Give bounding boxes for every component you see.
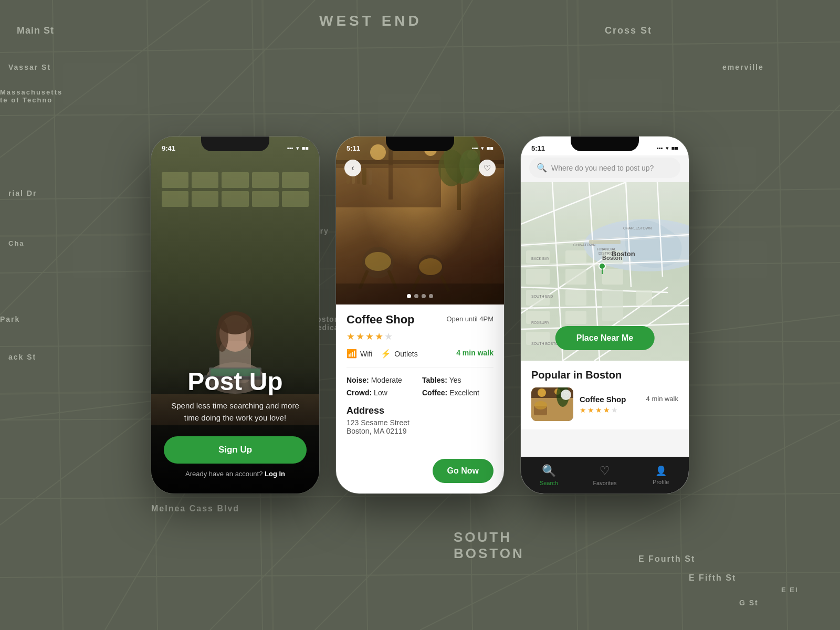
place-card-image: ♡ <box>531 387 573 421</box>
star-5: ★ <box>384 331 393 342</box>
svg-point-126 <box>534 401 547 410</box>
phone-detail: ‹ ♡ 5:11 ▪▪▪ ▾ ■■ C <box>336 136 504 494</box>
signin-prompt: Aready have an account? Log In <box>164 470 307 478</box>
amenities-row: 📶 Wifi ⚡ Outlets 4 min walk <box>346 349 494 368</box>
phones-container: 9:41 ▪▪▪ ▾ ■■ Post Up Spend less time se… <box>151 136 689 494</box>
back-button[interactable]: ‹ <box>344 160 361 176</box>
map-label-cross-st: Cross St <box>605 25 652 36</box>
address-line1: 123 Sesame Street <box>346 418 494 427</box>
map-label-massachusetts: Massachusettste of Techno <box>0 88 62 104</box>
svg-rect-30 <box>63 63 136 105</box>
svg-rect-104 <box>602 290 623 321</box>
svg-point-46 <box>216 320 228 352</box>
map-label-south-boston: SOUTHBOSTON <box>454 529 524 562</box>
search-placeholder: Where do you need to post up? <box>551 164 654 172</box>
map-label-west-end: WEST END <box>319 13 422 29</box>
map-label-back-park: Park <box>0 315 20 323</box>
tables-detail: Tables: Yes <box>422 376 494 384</box>
address-title: Address <box>346 405 494 416</box>
place-card-name: Coffee Shop <box>580 395 626 404</box>
card-stars: ★ ★ ★ ★ ★ <box>580 406 678 414</box>
profile-nav-label: Profile <box>653 479 669 485</box>
status-icons-1: ▪▪▪ ▾ ■■ <box>287 145 309 152</box>
go-now-button[interactable]: Go Now <box>433 459 494 483</box>
address-line2: Boston, MA 02119 <box>346 427 494 435</box>
place-name: Coffee Shop <box>346 313 415 327</box>
phone-map: 5:11 ▪▪▪ ▾ ■■ 🔍 Where do you need to pos… <box>521 136 689 494</box>
app-title: Post Up <box>164 367 307 396</box>
svg-point-122 <box>538 388 546 397</box>
open-status: Open until 4PM <box>446 315 494 323</box>
popular-section: Popular in Boston ♡ <box>521 361 689 429</box>
nav-search[interactable]: 🔍 Search <box>521 464 577 486</box>
svg-point-117 <box>599 263 605 269</box>
map-label-serville: emerville <box>722 63 764 71</box>
card-star-5: ★ <box>611 406 618 414</box>
svg-text:CHARLESTOWN: CHARLESTOWN <box>623 226 652 230</box>
card-star-3: ★ <box>595 406 602 414</box>
svg-point-73 <box>365 252 391 271</box>
rating-stars: ★ ★ ★ ★ ★ <box>346 331 494 342</box>
nav-profile[interactable]: 👤 Profile <box>633 465 689 485</box>
status-icons-3: ▪▪▪ ▾ ■■ <box>657 145 678 152</box>
walk-time: 4 min walk <box>456 349 494 359</box>
search-bar[interactable]: 🔍 Where do you need to post up? <box>529 158 680 178</box>
login-link[interactable]: Log In <box>265 470 285 478</box>
svg-rect-95 <box>565 269 586 285</box>
svg-rect-103 <box>565 311 586 324</box>
map-view[interactable]: Boston FINANCIAL DISTRICT BACK BAY CHINA… <box>521 182 689 361</box>
nav-favorites[interactable]: ♡ Favorites <box>577 464 633 486</box>
svg-point-74 <box>419 258 442 275</box>
photo-dots <box>407 294 433 298</box>
map-label-rial: rial Dr <box>8 189 37 197</box>
card-star-4: ★ <box>603 406 610 414</box>
map-label-g-st: G St <box>739 598 759 607</box>
svg-rect-41 <box>704 242 766 278</box>
noise-detail: Noise: Moderate <box>346 376 418 384</box>
star-2: ★ <box>356 331 364 342</box>
popular-title: Popular in Boston <box>531 369 678 381</box>
svg-rect-105 <box>636 290 652 306</box>
map-label-e-ei: E El <box>781 586 799 594</box>
popular-place-card[interactable]: ♡ Coffee Shop 4 min walk ★ ★ ★ ★ ★ <box>531 387 678 421</box>
svg-line-15 <box>777 0 788 630</box>
profile-nav-icon: 👤 <box>655 465 667 477</box>
dot-1 <box>407 294 411 298</box>
card-heart[interactable]: ♡ <box>561 390 571 400</box>
card-star-2: ★ <box>587 406 594 414</box>
phone-signup: 9:41 ▪▪▪ ▾ ■■ Post Up Spend less time se… <box>151 136 319 494</box>
details-grid: Noise: Moderate Tables: Yes Crowd: Low C… <box>346 376 494 397</box>
svg-line-86 <box>521 182 626 224</box>
search-nav-label: Search <box>540 480 558 486</box>
svg-text:ROXBURY: ROXBURY <box>531 321 550 324</box>
place-card-header: Coffee Shop 4 min walk <box>580 395 678 404</box>
dot-4 <box>429 294 433 298</box>
coffee-detail: Coffee: Excellent <box>422 388 494 397</box>
svg-rect-62 <box>369 170 372 185</box>
svg-rect-34 <box>588 79 662 126</box>
dot-3 <box>422 294 426 298</box>
map-label-e-fifth: E Fifth St <box>689 573 736 583</box>
svg-rect-119 <box>589 240 621 244</box>
status-time-1: 9:41 <box>162 144 175 152</box>
status-icons-2: ▪▪▪ ▾ ■■ <box>472 145 494 152</box>
place-photo: ‹ ♡ 5:11 ▪▪▪ ▾ ■■ <box>336 136 504 304</box>
star-4: ★ <box>375 331 383 342</box>
svg-rect-61 <box>362 168 366 185</box>
app-tagline: Spend less time searching and more time … <box>164 400 307 424</box>
star-1: ★ <box>346 331 355 342</box>
dot-2 <box>414 294 418 298</box>
place-header: Coffee Shop Open until 4PM <box>346 313 494 327</box>
svg-rect-96 <box>565 290 586 306</box>
status-time-3: 5:11 <box>531 144 545 152</box>
svg-rect-35 <box>693 147 756 184</box>
map-label-vassar: Vassar St <box>8 63 51 71</box>
favorites-nav-icon: ♡ <box>600 464 610 478</box>
outlets-amenity: ⚡ Outlets <box>381 349 417 359</box>
place-near-me-button[interactable]: Place Near Me <box>555 326 655 350</box>
signup-button[interactable]: Sign Up <box>164 436 307 464</box>
svg-text:SOUTH END: SOUTH END <box>531 295 553 298</box>
favorite-button[interactable]: ♡ <box>479 160 496 176</box>
map-label-e-fourth: E Fourth St <box>638 554 695 564</box>
svg-point-47 <box>246 323 254 349</box>
